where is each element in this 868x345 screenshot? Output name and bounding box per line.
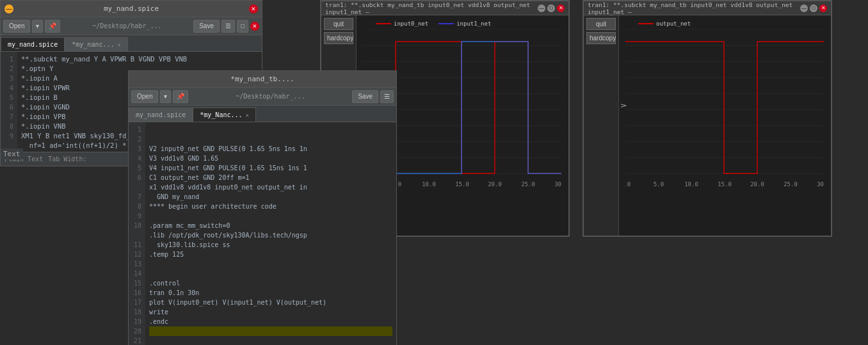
menu-btn-1[interactable]: ☰ [221, 20, 235, 33]
hardcopy-btn-2[interactable]: hardcopy [586, 32, 616, 44]
svg-text:25.0: 25.0 [784, 181, 798, 188]
svg-text:10.0: 10.0 [422, 181, 436, 188]
wave-min-1[interactable]: — [538, 4, 545, 12]
wave-legend-2: output_net [625, 20, 828, 27]
wave-win-btns-1: — □ ✕ [538, 4, 565, 12]
tab-1-nand-spice[interactable]: my_nand.spice [1, 37, 65, 51]
wave-close-2[interactable]: ✕ [819, 4, 827, 12]
menu-btn-2[interactable]: ☰ [380, 90, 394, 103]
tabs-bar-1: my_nand.spice *my_nanc... ✕ [1, 35, 262, 52]
svg-text:5.0: 5.0 [654, 181, 664, 188]
legend-line-input0 [376, 23, 391, 24]
hardcopy-btn-1[interactable]: hardcopy [324, 32, 353, 44]
wave-controls-2: quit hardcopy [584, 15, 619, 236]
highlighted-line-19 [149, 326, 392, 336]
legend-label-input0: input0_net [394, 20, 428, 27]
editor-window-2: *my_nand_tb.... Open ▾ 📌 ~/Desktop/habr_… [128, 70, 397, 345]
svg-text:20.0: 20.0 [488, 181, 502, 188]
wave-body-2: quit hardcopy V output_net [584, 15, 831, 236]
line-numbers-2: 123456 78910 1112131415161718192021 22 [129, 122, 145, 345]
svg-text:30.0: 30.0 [554, 181, 561, 188]
svg-text:15.0: 15.0 [455, 181, 469, 188]
line-numbers-1: 123456789 10 [1, 52, 17, 152]
wave-legend-1: input0_net input1_net [363, 20, 565, 27]
window-title-2: *my_nand_tb.... [133, 75, 392, 83]
tab-1-nand-tb[interactable]: *my_nanc... ✕ [65, 37, 128, 51]
tab-2-nand-tb[interactable]: *my_Nanc... ✕ [193, 108, 256, 122]
path-label-2: ~/Desktop/habr_... [190, 93, 350, 100]
title-bar-2: *my_nand_tb.... [129, 71, 396, 88]
wave-win-btns-2: — □ ✕ [800, 4, 827, 12]
legend-input1: input1_net [438, 20, 491, 27]
svg-text:20.0: 20.0 [750, 181, 764, 188]
wave-y-label-2: V [620, 104, 627, 108]
wave-plot-area-2: V output_net [619, 15, 831, 236]
dropdown-btn-2[interactable]: ▾ [160, 90, 171, 103]
wave-title-1: tran1: **.subckt my_nand_tb input0_net v… [321, 1, 568, 15]
editor-content-2: 123456 78910 1112131415161718192021 22 V… [129, 122, 396, 345]
open-btn-1[interactable]: Open [3, 20, 30, 33]
wave-window-2: tran1: **.subckt my_nand_tb input0_net v… [583, 0, 832, 237]
win-max-1[interactable]: □ [237, 20, 248, 33]
close-btn-1b[interactable]: ✕ [250, 22, 259, 31]
close-btn-1[interactable]: ✕ [249, 4, 258, 13]
svg-text:30.0: 30.0 [817, 181, 824, 188]
wave-close-1[interactable]: ✕ [557, 4, 565, 12]
wave-title-text-1: tran1: **.subckt my_nand_tb input0_net v… [325, 1, 538, 15]
legend-label-output: output_net [656, 20, 691, 27]
legend-line-output [638, 23, 654, 24]
legend-input0: input0_net [376, 20, 428, 27]
window-title-1: my_nand.spice [16, 4, 246, 13]
toolbar-1: Open ▾ 📌 ~/Desktop/habr_... Save ☰ □ ✕ [1, 17, 262, 35]
legend-output: output_net [638, 20, 691, 27]
wave-max-1[interactable]: □ [547, 4, 555, 12]
wave-title-text-2: tran1: **.subckt my_nand_tb input0_net v… [588, 1, 800, 15]
save-btn-1[interactable]: Save [193, 20, 220, 33]
wave-svg-2: 1.8 1.6 1.4 1.2 1.0 0.8 0.6 0.4 0.2 0.0 … [625, 29, 824, 189]
code-area-2[interactable]: V2 input0_net GND PULSE(0 1.65 5ns 1ns 1… [145, 122, 396, 345]
tabs-bar-2: my_nand.spice *my_Nanc... ✕ [129, 106, 396, 122]
toolbar-2: Open ▾ 📌 ~/Desktop/habr_... Save ☰ [129, 88, 396, 106]
wave-max-2[interactable]: □ [810, 4, 817, 12]
legend-line-input1 [438, 23, 454, 24]
svg-text:0.0: 0.0 [625, 181, 631, 188]
svg-text:25.0: 25.0 [521, 181, 535, 188]
svg-text:10.0: 10.0 [684, 181, 698, 188]
tab-close-1[interactable]: ✕ [118, 42, 121, 48]
open-btn-2[interactable]: Open [131, 90, 158, 103]
dropdown-btn-1[interactable]: ▾ [32, 20, 43, 33]
tab-2-nand-spice[interactable]: my_nand.spice [129, 108, 193, 122]
pin-btn-2[interactable]: 📌 [173, 90, 188, 103]
wave-title-2: tran1: **.subckt my_nand_tb input0_net v… [584, 1, 831, 15]
tab-close-2[interactable]: ✕ [246, 112, 249, 118]
tab-width-label: Tab Width: [48, 156, 86, 163]
path-label-1: ~/Desktop/habr_... [62, 22, 191, 29]
wave-min-2[interactable]: — [800, 4, 808, 12]
quit-btn-2[interactable]: quit [586, 18, 616, 30]
title-bar-1: — my_nand.spice ✕ [1, 1, 262, 17]
legend-label-input1: input1_net [456, 20, 491, 27]
pin-btn-1[interactable]: 📌 [45, 20, 60, 33]
minimize-btn-1[interactable]: — [4, 4, 13, 13]
text-label: Text [1, 148, 23, 159]
save-btn-2[interactable]: Save [352, 90, 378, 103]
svg-text:15.0: 15.0 [718, 181, 732, 188]
quit-btn-1[interactable]: quit [324, 18, 353, 30]
